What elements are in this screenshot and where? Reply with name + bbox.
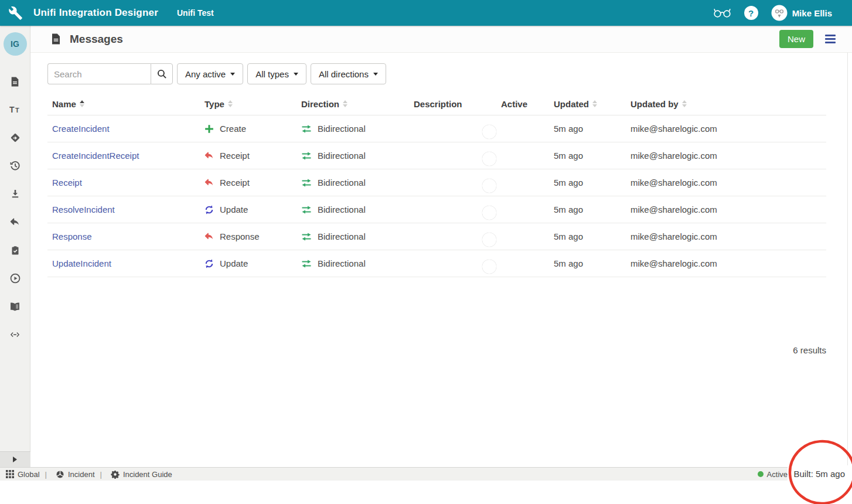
message-name-link[interactable]: CreateIncidentReceipt xyxy=(52,151,139,161)
active-status-label: Active xyxy=(767,470,788,479)
document-icon[interactable] xyxy=(7,73,23,90)
column-header-updated-by[interactable]: Updated by xyxy=(631,99,826,109)
code-icon[interactable] xyxy=(7,326,23,343)
panel-divider xyxy=(847,53,848,467)
built-status: Built: 5m ago xyxy=(788,465,852,482)
new-button[interactable]: New xyxy=(779,30,813,48)
page-title: Messages xyxy=(70,33,123,46)
updated-cell: 5m ago xyxy=(554,258,631,268)
diamond-arrow-icon[interactable] xyxy=(7,130,23,146)
bidirectional-icon xyxy=(301,179,312,187)
sidebar-collapse-button[interactable] xyxy=(0,451,30,467)
table-header-row: Name Type Direction Description Active U… xyxy=(47,93,826,115)
results-count: 6 results xyxy=(47,345,826,355)
table-row: ResolveIncident Update Bidirectional 5m … xyxy=(47,196,826,223)
chevron-right-icon xyxy=(13,457,17,462)
message-name-link[interactable]: UpdateIncident xyxy=(52,258,111,268)
updated-cell: 5m ago xyxy=(554,178,631,188)
type-cell: Response xyxy=(205,231,301,241)
text-style-icon[interactable]: TT xyxy=(7,101,23,118)
reply-icon[interactable] xyxy=(7,214,23,230)
scope-incident-guide[interactable]: Incident Guide xyxy=(95,470,172,479)
type-cell: Receipt xyxy=(205,178,301,188)
messages-table: Name Type Direction Description Active U… xyxy=(47,93,826,277)
column-header-description: Description xyxy=(414,99,501,109)
scope-incident[interactable]: Incident xyxy=(40,470,95,479)
avatar xyxy=(771,5,788,21)
sort-icon xyxy=(228,100,233,107)
updated-cell: 5m ago xyxy=(554,151,631,161)
table-row: CreateIncidentReceipt Receipt Bidirectio… xyxy=(47,142,826,169)
updated-by-cell: mike@sharelogic.com xyxy=(631,151,826,161)
chevron-down-icon xyxy=(373,73,378,76)
download-icon[interactable] xyxy=(7,186,23,202)
reply-icon xyxy=(205,178,214,188)
main-content: Messages New Any active All types All di… xyxy=(30,26,852,467)
refresh-icon xyxy=(205,259,214,268)
search-icon xyxy=(157,69,167,79)
type-filter-value: All types xyxy=(255,69,289,79)
table-row: UpdateIncident Update Bidirectional 5m a… xyxy=(47,250,826,277)
column-header-name[interactable]: Name xyxy=(52,99,205,109)
menu-icon[interactable] xyxy=(824,33,837,45)
chevron-down-icon xyxy=(294,73,298,76)
tasks-icon[interactable] xyxy=(7,242,23,258)
direction-cell: Bidirectional xyxy=(301,231,414,241)
scope-global[interactable]: Global xyxy=(6,470,40,479)
user-menu[interactable]: Mike Ellis xyxy=(771,5,832,21)
glasses-icon[interactable] xyxy=(713,8,731,18)
updated-cell: 5m ago xyxy=(554,124,631,134)
direction-filter-value: All directions xyxy=(319,69,369,79)
type-cell: Receipt xyxy=(205,151,301,161)
left-sidebar: IG TT xyxy=(0,26,30,467)
message-name-link[interactable]: Response xyxy=(52,231,92,241)
type-cell: Create xyxy=(205,124,301,134)
history-icon[interactable] xyxy=(7,158,23,174)
column-header-type[interactable]: Type xyxy=(205,99,301,109)
sort-icon xyxy=(682,100,687,107)
updated-cell: 5m ago xyxy=(554,205,631,214)
message-name-link[interactable]: Receipt xyxy=(52,178,82,188)
column-header-direction[interactable]: Direction xyxy=(301,99,414,109)
sort-icon xyxy=(80,100,84,107)
direction-filter-dropdown[interactable]: All directions xyxy=(311,63,386,84)
user-name: Mike Ellis xyxy=(792,8,832,18)
svg-text:T: T xyxy=(15,107,19,114)
workspace-name[interactable]: Unifi Test xyxy=(177,8,214,18)
column-header-active: Active xyxy=(501,99,554,109)
direction-cell: Bidirectional xyxy=(301,205,414,214)
status-bar: Global Incident Incident Guide Active Bu… xyxy=(0,467,852,481)
active-filter-value: Any active xyxy=(185,69,226,79)
message-name-link[interactable]: ResolveIncident xyxy=(52,205,115,214)
updated-by-cell: mike@sharelogic.com xyxy=(631,178,826,188)
table-row: CreateIncident Create Bidirectional 5m a… xyxy=(47,115,826,142)
filter-bar: Any active All types All directions xyxy=(47,63,852,84)
table-row: Receipt Receipt Bidirectional 5m ago mik… xyxy=(47,169,826,196)
wrench-icon[interactable] xyxy=(8,6,23,21)
play-circle-icon[interactable] xyxy=(7,270,23,287)
reply-icon xyxy=(205,151,214,161)
chevron-down-icon xyxy=(230,73,235,76)
bidirectional-icon xyxy=(301,206,312,214)
updated-by-cell: mike@sharelogic.com xyxy=(631,258,826,268)
refresh-icon xyxy=(205,205,214,214)
table-row: Response Response Bidirectional 5m ago m… xyxy=(47,223,826,250)
book-icon[interactable] xyxy=(7,298,23,315)
direction-cell: Bidirectional xyxy=(301,178,414,188)
integration-avatar[interactable]: IG xyxy=(4,32,27,56)
page-header: Messages New xyxy=(30,26,852,53)
bidirectional-icon xyxy=(301,152,312,160)
message-name-link[interactable]: CreateIncident xyxy=(52,124,110,134)
direction-cell: Bidirectional xyxy=(301,151,414,161)
incident-icon xyxy=(56,470,64,479)
updated-by-cell: mike@sharelogic.com xyxy=(631,124,826,134)
active-filter-dropdown[interactable]: Any active xyxy=(177,63,243,84)
bidirectional-icon xyxy=(301,233,312,241)
messages-icon xyxy=(50,33,62,45)
search-button[interactable] xyxy=(151,63,173,84)
type-filter-dropdown[interactable]: All types xyxy=(247,63,306,84)
search-input[interactable] xyxy=(47,63,151,84)
column-header-updated[interactable]: Updated xyxy=(554,99,631,109)
svg-text:T: T xyxy=(9,105,15,114)
help-icon[interactable]: ? xyxy=(744,6,758,20)
